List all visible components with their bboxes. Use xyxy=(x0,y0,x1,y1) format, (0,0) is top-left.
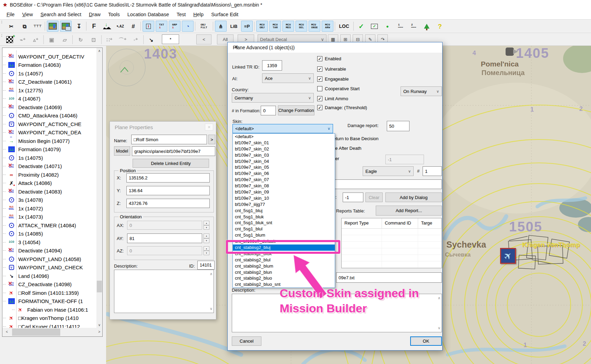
mcu-sel-icon[interactable]: MCUSEL xyxy=(296,21,307,32)
tree-item[interactable]: 3s (14078) xyxy=(3,196,98,204)
tree-item[interactable]: ACTIVATE✕WAYPOINT_ACTION_DEA xyxy=(3,128,98,137)
checkbox-damage-threshold-[interactable]: ✓Damage: (Threshold) xyxy=(317,105,367,110)
skin-option[interactable]: bf109e7_skin_06 xyxy=(233,170,335,177)
column-header[interactable]: Command ID xyxy=(382,218,418,228)
callsign-number-field[interactable]: 1 xyxy=(423,166,442,176)
skin-option[interactable]: bf109e7_iiijg77 xyxy=(233,201,335,208)
model-field[interactable]: graphics\planes\bf109e7\bf109e7 xyxy=(132,146,215,156)
polyline-add-icon[interactable]: ⌁⁺ xyxy=(17,34,29,45)
tree-item[interactable]: VWAYPOINT_ACTION_CHE xyxy=(3,120,98,128)
ta-up-icon[interactable]: ∧ xyxy=(210,272,212,276)
tree-item[interactable]: MiSGOAL1x (14072) xyxy=(3,204,98,212)
skin-option[interactable]: cnt_stabiisg2_blun xyxy=(233,269,335,275)
menu-item-location-database[interactable]: Location Database xyxy=(124,11,173,18)
tree-icon[interactable] xyxy=(421,21,433,32)
tree-hscrollbar[interactable]: < > xyxy=(2,328,102,336)
grid-icon[interactable]: # xyxy=(127,21,139,32)
terrain-view-icon[interactable] xyxy=(47,21,59,32)
formation-number-field[interactable]: 0 xyxy=(261,106,276,115)
tree-item[interactable]: ✗Attack (14086) xyxy=(3,179,98,187)
arc-add-icon[interactable]: ⌒⁺ xyxy=(116,34,129,45)
linked-tr-id-field[interactable]: 1359 xyxy=(262,60,282,71)
ruler-icon[interactable]: ⊤⊤⊤ xyxy=(32,21,43,32)
model-button[interactable]: Model xyxy=(114,146,130,156)
nodes-add-icon[interactable]: ∷⁺ xyxy=(103,34,116,45)
skin-option[interactable]: cnt_stabiisg2_blul xyxy=(233,257,335,263)
delete-linked-entity-button[interactable]: Delete Linked Entity xyxy=(133,159,209,168)
stack-p-icon[interactable]: ≡P xyxy=(241,21,253,32)
dot-icon[interactable]: ● xyxy=(382,21,393,32)
plane-properties-close-icon[interactable]: ✕ xyxy=(205,124,213,131)
tree-item[interactable]: ACTIVATE✕Deactivate (14094) xyxy=(3,247,98,255)
tree-item[interactable]: iCO3 (14054) xyxy=(3,238,98,246)
skin-option[interactable]: bf109e7_skin_05 xyxy=(233,164,335,170)
check-icon[interactable]: ✓ xyxy=(355,21,367,32)
skin-option[interactable]: bf109e7_skin_09 xyxy=(233,189,335,195)
expand-name-button[interactable]: > xyxy=(208,135,215,144)
ta-up-icon[interactable]: ∧ xyxy=(438,296,440,300)
callsign-combobox[interactable]: Eagle ∨ xyxy=(363,166,414,176)
id-field[interactable]: 14101 xyxy=(197,261,215,270)
tree-item[interactable]: ACTIVATE✕Deactivate (14069) xyxy=(3,103,98,111)
skin-option[interactable]: cnt_stabiisg2_blum xyxy=(233,263,335,269)
pa-name-field[interactable] xyxy=(334,179,442,189)
checkbox-limit-ammo[interactable]: ✓Limit Ammo xyxy=(317,96,348,101)
obj-filter-icon[interactable]: OBJFiLT xyxy=(197,21,211,32)
tree-item[interactable]: WAYPOINT_LAND (14058) xyxy=(3,255,98,263)
ok-button[interactable]: OK xyxy=(410,336,442,346)
tree-item[interactable]: ACTIVATE✕Deactivate (14071) xyxy=(3,162,98,170)
ta-down-icon[interactable]: ∨ xyxy=(210,306,212,311)
decal-checker-icon[interactable]: + xyxy=(3,34,16,45)
checkbox-icon[interactable] xyxy=(317,86,322,91)
reports-table[interactable]: Report TypeCommand IDTarge xyxy=(341,218,442,268)
tree-item[interactable]: MiSGOAL1x (12775) xyxy=(3,86,98,94)
tree-item[interactable]: ⊥⊥Formation (14079) xyxy=(3,145,98,154)
txt-info-icon[interactable]: TXTi xyxy=(156,21,167,32)
scroll-down-icon[interactable]: ∨ xyxy=(96,323,102,327)
triangle-nodes-icon[interactable]: ▵⁺ xyxy=(30,34,42,45)
skin-option[interactable]: bf109e7_skin_08 xyxy=(233,183,335,189)
import-page-icon[interactable]: ↘ xyxy=(145,34,157,45)
plane-advanced-close-icon[interactable]: ✕ xyxy=(233,44,438,50)
node-insert-icon[interactable]: ◦⁺ xyxy=(129,34,142,45)
tree-item[interactable]: ✈□Rolf Simon (14101:1359) xyxy=(3,289,98,297)
ta-down-icon[interactable]: ∨ xyxy=(438,326,440,330)
tree-vscrollbar[interactable]: ∧ ∨ xyxy=(96,48,102,328)
checkbox-icon[interactable]: ✓ xyxy=(317,76,322,82)
clock-icon[interactable]: ◔ xyxy=(182,21,194,32)
image-curve-icon[interactable]: ▱ xyxy=(59,34,71,45)
rotate-icon[interactable]: ↻ xyxy=(74,34,87,45)
import-icon[interactable]: ↧ xyxy=(73,21,85,32)
tree-item[interactable]: ✈Fabian von Hase (14106:1 xyxy=(12,305,103,314)
vscroll-thumb[interactable] xyxy=(97,281,102,292)
menu-item-surface-edit[interactable]: Surface Edit xyxy=(207,11,242,18)
library-icon[interactable]: LiB xyxy=(228,21,240,32)
select-drag-icon[interactable]: ⊡ xyxy=(87,34,100,45)
skin-option[interactable]: bf109e7_skin_03 xyxy=(233,152,335,158)
column-header[interactable]: Report Type xyxy=(342,218,382,228)
menu-item-tools[interactable]: Tools xyxy=(104,11,124,18)
script-file-field[interactable]: 09e7.txt xyxy=(336,272,442,283)
tree-item[interactable]: ACTIVATE✕WAYPOINT_OUT_DEACTIV xyxy=(3,52,98,61)
mcu-mes-icon[interactable]: MCUMES xyxy=(282,21,294,32)
add-report-button[interactable]: Add Report... xyxy=(376,206,442,216)
road-2-icon[interactable]: 2╍╍╍ xyxy=(408,21,419,32)
skin-option[interactable]: cnt_5sg1_blul xyxy=(233,226,335,232)
tree-item[interactable]: ATTACK_TIMER (14084) xyxy=(3,221,98,229)
tree-item[interactable]: 1s (14057) xyxy=(3,69,98,77)
skin-option[interactable]: <default> xyxy=(233,134,335,140)
tree-item[interactable]: ACTIVATE✕CZ_Deactivate (14098) xyxy=(3,280,98,289)
mcu-unse-icon[interactable]: MCUUNSE xyxy=(309,21,320,32)
decal-filter-field[interactable]: * xyxy=(162,34,179,44)
menu-item-file[interactable]: File xyxy=(3,11,18,18)
az-cursor-icon[interactable]: ↖AZ xyxy=(114,21,126,32)
tree-item[interactable]: 1s (14075) xyxy=(3,154,98,162)
road-1-icon[interactable]: 1╍╍╍ xyxy=(395,21,406,32)
menu-item-test[interactable]: Test xyxy=(173,11,190,18)
hierarchy-icon[interactable]: ⋔ xyxy=(215,21,227,32)
skin-option[interactable]: cnt_5sg1_bluk xyxy=(233,214,335,220)
ay-spinner[interactable]: ▲▼ xyxy=(204,233,209,243)
tree-item[interactable]: ⊥⊥FORMATION_TAKE-OFF (1 xyxy=(3,297,98,305)
tree-item[interactable]: ↘Land (14096) xyxy=(3,272,98,280)
tree-item[interactable]: M→Mission Begin (14077) xyxy=(3,137,98,145)
